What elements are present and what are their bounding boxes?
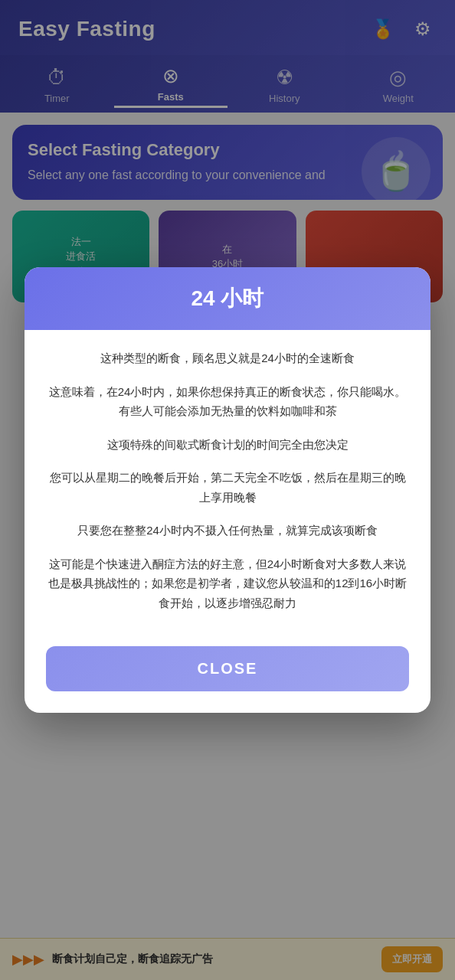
modal-paragraph-4: 您可以从星期二的晚餐后开始，第二天完全不吃饭，然后在星期三的晚上享用晚餐: [46, 468, 409, 507]
modal-paragraph-1: 这种类型的断食，顾名思义就是24小时的全速断食: [46, 348, 409, 368]
modal-overlay: 24 小时 这种类型的断食，顾名思义就是24小时的全速断食 这意味着，在24小时…: [0, 0, 455, 980]
modal-title: 24 小时: [191, 286, 264, 310]
modal-footer: CLOSE: [25, 631, 430, 713]
fasting-info-modal: 24 小时 这种类型的断食，顾名思义就是24小时的全速断食 这意味着，在24小时…: [25, 267, 430, 713]
modal-paragraph-3: 这项特殊的间歇式断食计划的时间完全由您决定: [46, 435, 409, 455]
modal-paragraph-2: 这意味着，在24小时内，如果你想保持真正的断食状态，你只能喝水。有些人可能会添加…: [46, 382, 409, 421]
modal-paragraph-5: 只要您在整整24小时内不摄入任何热量，就算完成该项断食: [46, 521, 409, 541]
modal-header: 24 小时: [25, 267, 430, 330]
close-button[interactable]: CLOSE: [46, 646, 409, 691]
modal-paragraph-6: 这可能是个快速进入酮症方法的好主意，但24小时断食对大多数人来说也是极具挑战性的…: [46, 554, 409, 613]
modal-body: 这种类型的断食，顾名思义就是24小时的全速断食 这意味着，在24小时内，如果你想…: [25, 330, 430, 631]
